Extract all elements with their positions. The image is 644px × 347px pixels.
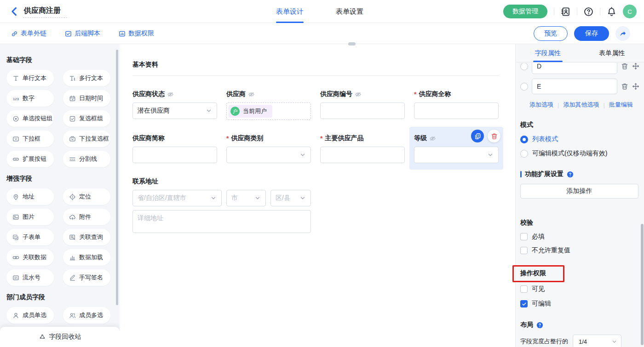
add-option-link[interactable]: 添加选项	[529, 101, 553, 109]
field-item-address[interactable]: 地址	[6, 188, 54, 205]
field-item-number[interactable]: 数字	[6, 90, 54, 107]
batch-edit-link[interactable]: 批量编辑	[609, 101, 633, 109]
option-input-e[interactable]	[532, 79, 617, 94]
field-grade-selected[interactable]: 等级	[414, 134, 499, 163]
province-select[interactable]: 省/自治区/直辖市	[132, 190, 222, 206]
mode-list-option[interactable]: 列表模式	[520, 135, 639, 143]
data-permission-link[interactable]: 数据权限	[119, 29, 154, 38]
selected-field-highlight[interactable]: 等级	[409, 127, 503, 170]
save-button[interactable]: 保存	[574, 26, 609, 41]
supplier-code-input[interactable]	[320, 102, 405, 119]
field-item-attachment[interactable]: 附件	[63, 209, 110, 225]
grade-select[interactable]	[414, 147, 499, 163]
field-item-signature[interactable]: 手写签名	[63, 269, 110, 286]
form-external-link[interactable]: 表单外链	[11, 29, 46, 38]
trash-icon[interactable]	[621, 83, 628, 90]
field-item-data-load[interactable]: 数据加载	[63, 249, 110, 266]
city-select[interactable]: 市	[226, 190, 266, 206]
field-item-extend-button[interactable]: 扩展按钮	[6, 151, 54, 167]
field-width-select[interactable]: 1/4	[573, 335, 621, 347]
current-user-tag[interactable]: 户 当前用户	[229, 105, 272, 118]
required-checkbox-row[interactable]: 必填	[520, 233, 639, 241]
question-help-icon[interactable]	[567, 171, 574, 178]
field-main-products[interactable]: *主要供应产品	[320, 134, 405, 163]
no-duplicate-checkbox-row[interactable]: 不允许重复值	[520, 246, 639, 255]
radio-unselected[interactable]	[520, 150, 528, 158]
field-item-datetime[interactable]: 日期时间	[63, 90, 110, 107]
field-item-divider[interactable]: 分割线	[63, 151, 110, 167]
form-title[interactable]: 供应商注册	[23, 5, 67, 18]
share-button[interactable]	[615, 26, 630, 41]
option-input-d[interactable]	[532, 63, 617, 74]
checkbox-unchecked[interactable]	[520, 247, 528, 254]
visible-checkbox-row[interactable]: 可见	[520, 285, 639, 293]
contact-book-icon[interactable]	[561, 7, 570, 17]
field-item-single-line-text[interactable]: 单行文本	[6, 70, 54, 86]
tab-form-settings[interactable]: 表单设置	[336, 0, 363, 23]
field-item-linked-data[interactable]: 关联数据	[6, 249, 54, 266]
field-item-locate[interactable]: 定位	[63, 188, 110, 205]
field-supplier[interactable]: 供应商 户 当前用户	[226, 90, 311, 120]
help-icon[interactable]	[584, 7, 593, 17]
field-item-dropdown-multi[interactable]: 下拉复选框	[63, 131, 110, 147]
number-icon	[12, 95, 19, 102]
move-handle-icon[interactable]	[632, 63, 639, 70]
data-manage-button[interactable]: 数据管理	[503, 5, 547, 18]
field-item-image[interactable]: 图片	[6, 209, 54, 225]
add-other-option-link[interactable]: 添加其他选项	[563, 101, 599, 109]
canvas-collapse-handle[interactable]	[348, 42, 356, 46]
field-item-member-single[interactable]: 成员单选	[6, 307, 54, 324]
required-asterisk: *	[320, 135, 322, 142]
field-item-dropdown[interactable]: 下拉框	[6, 131, 54, 147]
tab-form-design[interactable]: 表单设计	[276, 0, 304, 23]
detail-address-textarea[interactable]	[132, 210, 311, 233]
add-action-button[interactable]: 添加操作	[520, 184, 638, 199]
back-icon[interactable]	[9, 6, 19, 17]
tab-form-properties[interactable]: 表单属性	[580, 44, 644, 62]
field-item-multi-line-text[interactable]: 多行文本	[63, 70, 110, 86]
field-item-subform[interactable]: 子表单	[6, 229, 54, 245]
main-products-input[interactable]	[320, 147, 405, 163]
option-radio[interactable]	[520, 83, 528, 91]
preview-button[interactable]: 预览	[534, 26, 568, 41]
field-recycle-bin[interactable]: 字段回收站	[0, 327, 120, 347]
field-item-serial-number[interactable]: 流水号	[6, 269, 54, 286]
field-supplier-status[interactable]: 供应商状态 潜在供应商	[132, 90, 217, 120]
field-item-member-multi[interactable]: 成员多选	[63, 307, 110, 324]
field-item-lookup[interactable]: 关联查询	[63, 229, 110, 245]
supplier-status-select[interactable]: 潜在供应商	[132, 102, 217, 119]
checkbox-unchecked[interactable]	[520, 285, 528, 293]
checkbox-checked[interactable]	[520, 300, 528, 307]
radio-selected[interactable]	[520, 136, 528, 143]
editable-checkbox-row[interactable]: 可编辑	[520, 300, 639, 308]
question-help-icon[interactable]	[536, 322, 543, 329]
panel-scrollbar[interactable]	[641, 224, 644, 345]
field-supplier-category[interactable]: *供应商类别	[226, 134, 311, 163]
canvas-section-title[interactable]: 基本资料	[132, 61, 500, 75]
field-supplier-code[interactable]: 供应商编号	[320, 90, 405, 120]
district-select[interactable]: 区/县	[270, 190, 311, 206]
trash-icon[interactable]	[621, 63, 628, 70]
supplier-member-picker[interactable]: 户 当前用户	[226, 102, 311, 120]
copy-field-button[interactable]	[471, 130, 484, 142]
top-tabs: 表单设计 表单设置	[276, 0, 363, 23]
notification-bell-icon[interactable]	[607, 7, 616, 17]
checkbox-unchecked[interactable]	[520, 233, 528, 240]
supplier-shortname-input[interactable]	[132, 147, 217, 163]
data-permission-icon	[119, 30, 126, 37]
option-radio[interactable]	[520, 63, 528, 70]
supplier-category-select[interactable]	[226, 147, 311, 163]
user-avatar[interactable]: C	[623, 5, 637, 18]
supplier-fullname-input[interactable]	[414, 102, 499, 119]
field-supplier-fullname[interactable]: *供应商全称	[414, 90, 499, 120]
mode-editable-option[interactable]: 可编辑模式(仅移动端有效)	[520, 149, 639, 158]
field-item-checkbox-group[interactable]: 复选框组	[63, 110, 110, 127]
tab-field-properties[interactable]: 字段属性	[516, 44, 580, 62]
move-handle-icon[interactable]	[632, 83, 639, 90]
field-supplier-shortname[interactable]: 供应商简称	[132, 134, 217, 163]
field-contact-address[interactable]: 联系地址 省/自治区/直辖市 市 区/县	[132, 177, 500, 234]
delete-field-button[interactable]	[488, 130, 500, 142]
sidebar-scrollbar[interactable]	[116, 50, 118, 305]
field-item-radio-group[interactable]: 单选按钮组	[6, 110, 54, 127]
backend-script-link[interactable]: 后端脚本	[65, 29, 100, 38]
